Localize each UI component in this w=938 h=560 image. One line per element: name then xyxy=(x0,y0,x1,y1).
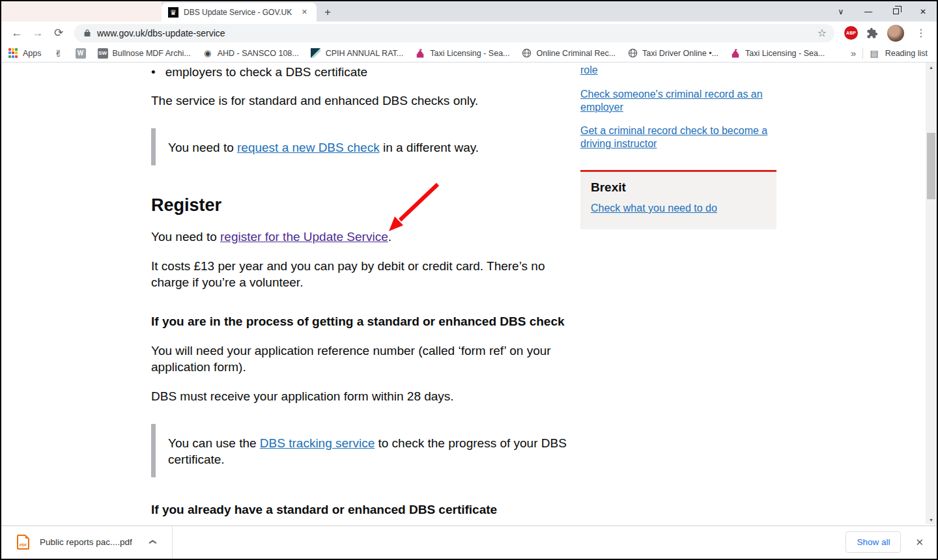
bookmark-label: Online Criminal Rec... xyxy=(537,49,616,58)
bookmark-label: Taxi Driver Online •... xyxy=(642,49,718,58)
bookmark-label: Taxi Licensing - Sea... xyxy=(745,49,825,58)
new-tab-button[interactable]: + xyxy=(317,6,340,21)
toolbar: ← → ⟳ www.gov.uk/dbs-update-service ☆ AB… xyxy=(1,21,937,44)
related-links: Get a criminal record check to become a … xyxy=(580,124,776,161)
paragraph-reference: You will need your application reference… xyxy=(151,343,571,375)
bookmarks-overflow-chevron[interactable]: » xyxy=(851,48,856,59)
bookmark-star-icon[interactable]: ☆ xyxy=(816,27,828,39)
window-controls: ∨ — ✕ xyxy=(827,1,937,21)
bookmark-label: Taxi Licensing - Sea... xyxy=(430,49,509,58)
bookmark-label: AHD - SANSCO 108... xyxy=(218,49,299,58)
register-line: You need to register for the Update Serv… xyxy=(151,229,571,245)
close-window-button[interactable]: ✕ xyxy=(909,1,937,21)
tab-search-icon[interactable]: ∨ xyxy=(827,1,855,21)
bullet-text: employers to check a DBS certificate xyxy=(165,64,367,80)
request-new-dbs-check-link[interactable]: request a new DBS check xyxy=(237,141,380,154)
bookmark-item[interactable]: CPIH ANNUAL RAT... xyxy=(311,48,403,59)
cpih-chart-icon xyxy=(311,48,321,59)
subheading-process: If you are in the process of getting a s… xyxy=(151,313,571,329)
related-links: Check someone's criminal record as an em… xyxy=(580,88,776,124)
show-all-button[interactable]: Show all xyxy=(846,531,901,553)
bookmark-item[interactable]: Taxi Licensing - Sea... xyxy=(730,48,825,59)
adblock-plus-icon[interactable]: ABP xyxy=(844,26,858,40)
tab-dbs-update-service[interactable]: ♛ DBS Update Service - GOV.UK ✕ xyxy=(162,3,317,21)
subheading-already: If you already have a standard or enhanc… xyxy=(151,501,571,518)
download-bar: PDF Public reports pac....pdf ❯ Show all… xyxy=(1,525,937,558)
paragraph-cost: It costs £13 per year and you can pay by… xyxy=(151,258,571,290)
bookmark-item[interactable]: W xyxy=(76,48,86,59)
tab-close-icon[interactable]: ✕ xyxy=(299,7,310,18)
brexit-box: Brexit Check what you need to do xyxy=(580,170,776,229)
apps-label: Apps xyxy=(23,49,42,58)
tab-title: DBS Update Service - GOV.UK xyxy=(184,8,294,17)
scrollbar-thumb[interactable] xyxy=(927,133,935,199)
back-button[interactable]: ← xyxy=(8,24,26,42)
vertical-scrollbar[interactable]: ▲ ▼ xyxy=(926,63,937,524)
browser-menu-icon[interactable]: ⋮ xyxy=(911,27,931,39)
castle-icon xyxy=(415,48,425,59)
register-heading: Register xyxy=(151,195,571,216)
bookmark-item[interactable]: ✌ xyxy=(53,48,64,59)
reload-button[interactable]: ⟳ xyxy=(50,24,68,42)
chevron-up-icon[interactable]: ❯ xyxy=(148,539,156,545)
brexit-check-link[interactable]: Check what you need to do xyxy=(591,203,717,214)
inset-tracking: You can use the DBS tracking service to … xyxy=(151,424,571,477)
minimize-button[interactable]: — xyxy=(855,1,882,21)
tab-strip: ♛ DBS Update Service - GOV.UK ✕ + ∨ — ✕ xyxy=(1,1,937,21)
bookmark-label: CPIH ANNUAL RAT... xyxy=(326,49,403,58)
related-links: role xyxy=(580,64,776,87)
restore-icon xyxy=(893,8,899,14)
page-content: • employers to check a DBS certificate T… xyxy=(1,63,937,525)
inset-new-check: You need to request a new DBS check in a… xyxy=(151,128,571,165)
scroll-down-icon[interactable]: ▼ xyxy=(926,515,937,524)
pdf-label: PDF xyxy=(20,543,27,547)
apps-shortcut[interactable]: Apps xyxy=(8,48,42,59)
w-badge-icon: W xyxy=(76,48,86,59)
bookmarks-right-group: » ▤ Reading list xyxy=(851,48,928,59)
profile-avatar[interactable] xyxy=(887,25,904,42)
tab-strip-left-space xyxy=(1,1,162,21)
apps-grid-icon xyxy=(8,48,18,59)
forward-button[interactable]: → xyxy=(29,24,47,42)
bullet-glyph: • xyxy=(151,64,156,80)
restore-button[interactable] xyxy=(882,1,909,21)
inset-text: You need to xyxy=(168,141,237,154)
bookmark-label: Bullnose MDF Archi... xyxy=(113,49,191,58)
reading-list-label[interactable]: Reading list xyxy=(885,49,928,58)
sidebar-link-role[interactable]: role xyxy=(580,64,776,77)
pdf-file-icon: PDF xyxy=(17,535,29,550)
bookmark-item[interactable]: ◉ AHD - SANSCO 108... xyxy=(203,48,299,59)
sidebar-link-driving-instructor[interactable]: Get a criminal record check to become a … xyxy=(580,124,776,150)
download-bar-close-icon[interactable]: ✕ xyxy=(911,537,928,548)
lock-icon xyxy=(83,29,91,37)
address-bar[interactable]: www.gov.uk/dbs-update-service ☆ xyxy=(74,24,834,42)
download-file-name[interactable]: Public reports pac....pdf xyxy=(40,537,132,547)
paragraph-service: The service is for standard and enhanced… xyxy=(151,92,571,109)
divider xyxy=(862,48,863,59)
url-text[interactable]: www.gov.uk/dbs-update-service xyxy=(97,28,816,38)
divider xyxy=(172,526,173,559)
bullet-item: • employers to check a DBS certificate xyxy=(151,64,571,80)
dbs-tracking-service-link[interactable]: DBS tracking service xyxy=(260,436,375,450)
brexit-title: Brexit xyxy=(591,181,766,194)
target-icon: ◉ xyxy=(203,48,213,59)
scroll-up-icon[interactable]: ▲ xyxy=(926,63,937,72)
register-text: You need to xyxy=(151,230,220,244)
bookmarks-bar: Apps ✌ W SW Bullnose MDF Archi... ◉ AHD … xyxy=(1,44,937,63)
bookmark-item[interactable]: Taxi Licensing - Sea... xyxy=(415,48,509,59)
bookmark-item[interactable]: Taxi Driver Online •... xyxy=(627,48,718,59)
inset-text: You can use the xyxy=(168,436,260,450)
inset-text: in a different way. xyxy=(380,141,479,154)
extensions-puzzle-icon[interactable] xyxy=(866,27,878,39)
bookmark-item[interactable]: SW Bullnose MDF Archi... xyxy=(98,48,191,59)
sidebar-link-criminal-record-employer[interactable]: Check someone's criminal record as an em… xyxy=(580,88,776,114)
globe-icon xyxy=(627,48,638,59)
browser-window: ♛ DBS Update Service - GOV.UK ✕ + ∨ — ✕ … xyxy=(0,0,938,560)
globe-icon xyxy=(522,48,532,59)
bookmark-item[interactable]: Online Criminal Rec... xyxy=(522,48,616,59)
register-update-service-link[interactable]: register for the Update Service xyxy=(220,230,388,244)
register-text: . xyxy=(388,230,391,244)
govuk-crown-favicon: ♛ xyxy=(168,7,178,18)
sw-badge-icon: SW xyxy=(98,48,108,59)
reading-list-icon: ▤ xyxy=(870,48,878,59)
